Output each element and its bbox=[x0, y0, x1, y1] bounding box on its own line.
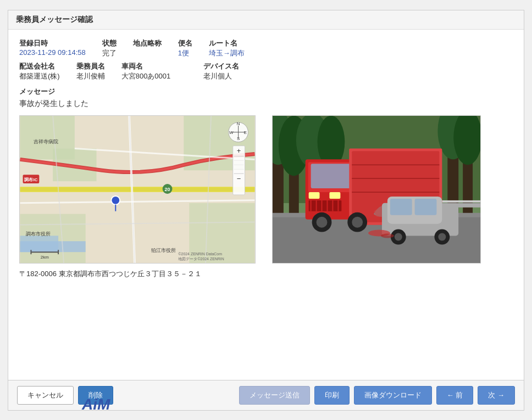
main-window: 乗務員メッセージ確認 登録日時 2023-11-29 09:14:58 状態 完… bbox=[8, 10, 524, 411]
aim-watermark: AiM bbox=[82, 396, 110, 413]
media-row: 20 調布IC bbox=[19, 115, 513, 264]
device-block: デバイス名 老川個人 bbox=[203, 61, 239, 81]
reg-date-block: 登録日時 2023-11-29 09:14:58 bbox=[19, 38, 86, 57]
prev-button[interactable]: ← 前 bbox=[436, 386, 474, 405]
driver-label: 乗務員名 bbox=[76, 61, 105, 71]
svg-rect-9 bbox=[20, 187, 255, 192]
accident-photo bbox=[273, 115, 480, 264]
title-bar: 乗務員メッセージ確認 bbox=[8, 10, 524, 30]
bin-label: 便名 bbox=[178, 38, 192, 48]
status-block: 状態 完了 bbox=[102, 38, 117, 58]
svg-rect-86 bbox=[415, 198, 437, 215]
bin-value: 1便 bbox=[178, 48, 192, 58]
info-row-2: 配送会社名 都築運送(株) 乗務員名 老川俊輔 車両名 大宮800あ0001 デ… bbox=[19, 61, 513, 81]
svg-point-88 bbox=[395, 233, 402, 240]
svg-text:調布市役所: 調布市役所 bbox=[26, 231, 51, 237]
photo-container bbox=[272, 115, 481, 264]
device-value: 老川個人 bbox=[203, 71, 239, 81]
vehicle-block: 車両名 大宮800あ0001 bbox=[121, 61, 171, 81]
svg-rect-63 bbox=[309, 200, 342, 211]
vehicle-label: 車両名 bbox=[121, 61, 171, 71]
location-block: 地点略称 bbox=[133, 38, 162, 48]
svg-text:地図データ©2024 ZENRIN: 地図データ©2024 ZENRIN bbox=[178, 257, 224, 261]
vehicle-value: 大宮800あ0001 bbox=[121, 71, 171, 81]
print-button[interactable]: 印刷 bbox=[314, 386, 350, 405]
map-container[interactable]: 20 調布IC bbox=[19, 115, 256, 264]
svg-point-90 bbox=[438, 233, 446, 240]
svg-point-92 bbox=[381, 233, 394, 238]
status-value: 完了 bbox=[102, 48, 117, 58]
svg-point-76 bbox=[317, 216, 328, 227]
svg-rect-7 bbox=[20, 236, 58, 252]
company-block: 配送会社名 都築運送(株) bbox=[19, 61, 60, 81]
svg-text:©2024 ZENRIN DataCom: ©2024 ZENRIN DataCom bbox=[178, 252, 222, 256]
bin-block: 便名 1便 bbox=[178, 38, 192, 58]
svg-text:−: − bbox=[237, 175, 241, 183]
map-svg: 20 調布IC bbox=[20, 116, 255, 263]
content-area: 登録日時 2023-11-29 09:14:58 状態 完了 地点略称 便名 1… bbox=[8, 30, 524, 380]
svg-text:狛江市役所: 狛江市役所 bbox=[151, 248, 176, 253]
svg-rect-61 bbox=[309, 192, 320, 198]
svg-text:N: N bbox=[237, 121, 240, 126]
status-label: 状態 bbox=[102, 38, 117, 48]
driver-value: 老川俊輔 bbox=[76, 71, 105, 81]
company-value: 都築運送(株) bbox=[19, 71, 60, 81]
reg-date-label: 登録日時 bbox=[19, 38, 86, 48]
company-label: 配送会社名 bbox=[19, 61, 60, 71]
svg-text:20: 20 bbox=[165, 186, 170, 192]
image-download-button[interactable]: 画像ダウンロード bbox=[354, 386, 432, 405]
svg-text:2km: 2km bbox=[41, 255, 49, 260]
message-text: 事故が発生しました bbox=[19, 99, 513, 109]
message-section: メッセージ 事故が発生しました bbox=[19, 87, 513, 109]
message-label: メッセージ bbox=[19, 87, 513, 97]
route-label: ルート名 bbox=[209, 38, 245, 48]
window-title: 乗務員メッセージ確認 bbox=[16, 15, 93, 24]
svg-point-14 bbox=[111, 195, 120, 204]
next-button[interactable]: 次 → bbox=[478, 386, 515, 405]
location-label: 地点略称 bbox=[133, 38, 162, 48]
route-block: ルート名 埼玉→調布 bbox=[209, 38, 245, 58]
route-value: 埼玉→調布 bbox=[209, 48, 245, 58]
svg-text:調布IC: 調布IC bbox=[24, 177, 37, 182]
info-row-1: 登録日時 2023-11-29 09:14:58 状態 完了 地点略称 便名 1… bbox=[19, 38, 513, 58]
driver-block: 乗務員名 老川俊輔 bbox=[76, 61, 105, 81]
reg-date-value: 2023-11-29 09:14:58 bbox=[19, 48, 86, 57]
cancel-button[interactable]: キャンセル bbox=[17, 386, 74, 405]
device-label: デバイス名 bbox=[203, 61, 239, 71]
svg-rect-62 bbox=[329, 192, 340, 198]
svg-text:+: + bbox=[237, 147, 241, 155]
send-button[interactable]: メッセージ送信 bbox=[239, 386, 310, 405]
svg-rect-85 bbox=[390, 198, 412, 215]
address-text: 〒182-0006 東京都調布市西つつじケ丘３丁目３５－２１ bbox=[19, 269, 513, 279]
svg-point-78 bbox=[352, 216, 363, 227]
svg-text:吉祥寺病院: 吉祥寺病院 bbox=[34, 138, 58, 144]
